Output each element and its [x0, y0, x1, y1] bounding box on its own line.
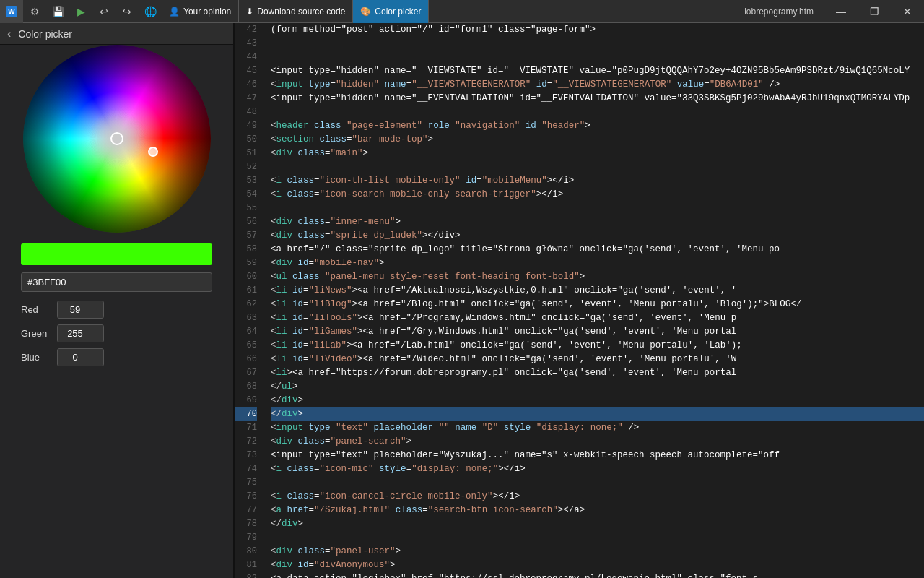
line-number: 66: [235, 353, 257, 366]
code-line: <input type="hidden" name="__EVENTVALIDA…: [271, 92, 924, 105]
line-number: 55: [235, 202, 257, 215]
blue-label: Blue: [21, 352, 50, 363]
code-line: <li id="liLab"><a href="/Lab.html" oncli…: [271, 339, 924, 353]
code-line: <a data-action="loginbox" href="https://…: [271, 572, 924, 578]
code-line: <a href="/" class="sprite dp_logo" title…: [271, 243, 924, 256]
svg-text:W: W: [8, 8, 15, 16]
minimize-button[interactable]: —: [824, 0, 858, 23]
code-line: <i class="icon-th-list mobile-only" id="…: [271, 174, 924, 188]
code-line: </div>: [271, 407, 924, 421]
code-line: <div id="divAnonymous">: [271, 558, 924, 572]
close-button[interactable]: ✕: [891, 0, 924, 23]
line-number: 77: [235, 504, 257, 517]
line-number: 81: [235, 558, 257, 572]
line-number: 73: [235, 449, 257, 462]
line-number: 47: [235, 92, 257, 105]
green-row: Green: [21, 324, 212, 342]
color-wheel[interactable]: [23, 45, 211, 233]
code-line: [271, 531, 924, 545]
line-number: 51: [235, 147, 257, 160]
play-icon[interactable]: ▶: [69, 0, 92, 23]
line-number: 46: [235, 78, 257, 92]
code-line: <input type="text" placeholder="Wyszukaj…: [271, 449, 924, 462]
line-number: 59: [235, 256, 257, 270]
wheel-selector[interactable]: [148, 147, 158, 157]
code-line: <input type="text" placeholder="" name="…: [271, 421, 924, 435]
window-title: lobrepogramy.htm: [733, 7, 824, 17]
user-icon: 👤: [169, 7, 180, 17]
your-opinion-tab[interactable]: 👤 Your opinion: [162, 0, 239, 23]
maximize-button[interactable]: ❐: [858, 0, 891, 23]
color-picker-tab[interactable]: 🎨 Color picker: [353, 0, 429, 23]
hex-input-row: [21, 272, 212, 292]
line-number: 43: [235, 37, 257, 51]
download-source-tab[interactable]: ⬇ Download source code: [239, 0, 353, 23]
color-preview: [21, 243, 212, 265]
color-picker-panel: ‹ Color picker Red Green Blue: [0, 23, 235, 578]
blue-input[interactable]: [57, 348, 104, 366]
line-number: 44: [235, 51, 257, 64]
line-number: 65: [235, 339, 257, 353]
line-number: 78: [235, 517, 257, 531]
code-line: <i class="icon-search mobile-only search…: [271, 188, 924, 202]
panel-header: ‹ Color picker: [0, 23, 233, 45]
line-number: 76: [235, 490, 257, 504]
line-number: 61: [235, 284, 257, 298]
code-line: <div class="sprite dp_ludek"></div>: [271, 229, 924, 243]
line-number: 53: [235, 174, 257, 188]
line-number: 72: [235, 435, 257, 449]
code-line: <div class="inner-menu">: [271, 215, 924, 229]
browser-icon[interactable]: 🌐: [139, 0, 162, 23]
code-line: </div>: [271, 517, 924, 531]
save-icon[interactable]: 💾: [46, 0, 69, 23]
main-layout: ‹ Color picker Red Green Blue: [0, 23, 924, 578]
code-content[interactable]: (form method="post" action="/" id="form1…: [263, 23, 924, 578]
rgb-section: Red Green Blue: [21, 301, 212, 372]
green-label: Green: [21, 328, 50, 339]
line-number: 75: [235, 476, 257, 490]
redo-icon[interactable]: ↪: [116, 0, 139, 23]
back-button[interactable]: ‹: [7, 27, 11, 40]
line-number: 82: [235, 572, 257, 578]
code-line: <li id="liBlog"><a href="/Blog.html" onc…: [271, 298, 924, 311]
line-number: 62: [235, 298, 257, 311]
line-number: 54: [235, 188, 257, 202]
line-number: 56: [235, 215, 257, 229]
line-number: 63: [235, 311, 257, 325]
code-line: <a href="/Szukaj.html" class="search-btn…: [271, 504, 924, 517]
line-number: 45: [235, 64, 257, 78]
line-number: 42: [235, 23, 257, 37]
line-number: 67: [235, 366, 257, 380]
line-number: 79: [235, 531, 257, 545]
code-area: 4243444546474849505152535455565758596061…: [235, 23, 924, 578]
code-line: <div class="panel-search">: [271, 435, 924, 449]
app-icon[interactable]: W: [0, 0, 23, 23]
line-numbers: 4243444546474849505152535455565758596061…: [235, 23, 263, 578]
red-input[interactable]: [57, 301, 104, 319]
code-line: [271, 202, 924, 215]
blue-row: Blue: [21, 348, 212, 366]
code-line: <li id="liTools"><a href="/Programy,Wind…: [271, 311, 924, 325]
green-input[interactable]: [57, 324, 104, 342]
line-number: 70: [235, 407, 257, 421]
code-editor: 4243444546474849505152535455565758596061…: [235, 23, 924, 578]
code-line: <div id="mobile-nav">: [271, 256, 924, 270]
code-line: <i class="icon-mic" style="display: none…: [271, 462, 924, 476]
hex-input[interactable]: [21, 272, 212, 292]
code-line: <i class="icon-cancel-circle mobile-only…: [271, 490, 924, 504]
settings-icon[interactable]: ⚙: [23, 0, 46, 23]
line-number: 50: [235, 133, 257, 147]
red-row: Red: [21, 301, 212, 319]
code-line: <li id="liNews"><a href="/Aktualnosci,Ws…: [271, 284, 924, 298]
code-line: [271, 476, 924, 490]
undo-icon[interactable]: ↩: [92, 0, 116, 23]
code-line: [271, 51, 924, 64]
line-number: 80: [235, 545, 257, 558]
line-number: 68: [235, 380, 257, 394]
code-line: [271, 160, 924, 174]
red-label: Red: [21, 304, 50, 315]
code-line: <ul class="panel-menu style-reset font-h…: [271, 270, 924, 284]
panel-title: Color picker: [18, 28, 72, 40]
code-line: [271, 105, 924, 119]
window-controls: — ❐ ✕: [824, 0, 924, 23]
